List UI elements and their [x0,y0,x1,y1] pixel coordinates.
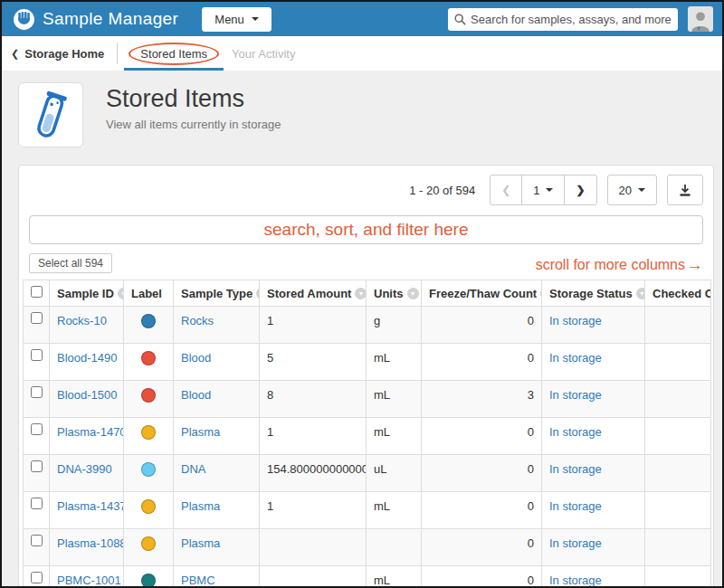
storage-status-link[interactable]: In storage [549,499,602,513]
page-select-button[interactable]: 1 [521,175,565,205]
current-page-label: 1 [533,184,539,197]
tab-stored-items[interactable]: Stored Items [129,43,219,65]
storage-status-cell: In storage [542,381,645,418]
select-page-checkbox[interactable] [31,286,43,298]
sample-type-link[interactable]: PBMC [181,574,215,587]
column-header-units: Units▾ [367,280,422,307]
stored-amount-cell: 5 [260,344,367,381]
storage-status-cell: In storage [542,566,645,588]
sample-id-link[interactable]: PBMC-1001 [57,574,121,587]
table-row: Plasma-1437Plasma1mL0In storage [24,492,711,529]
page-title: Stored Items [106,85,281,113]
next-page-button[interactable]: ❯ [564,175,596,205]
page-size-button[interactable]: 20 [607,175,657,205]
table-row: PBMC-1001PBMCmL0In storage [24,566,711,588]
select-all-button[interactable]: Select all 594 [29,253,112,273]
column-menu-icon[interactable]: ▾ [636,288,645,299]
row-checkbox-cell [24,307,50,344]
sample-id-link[interactable]: Blood-1500 [57,388,118,402]
storage-status-cell: In storage [542,529,645,566]
checked-out-cell [645,418,711,455]
header-checkbox-cell [24,280,50,307]
column-menu-icon[interactable]: ▾ [118,288,124,299]
menu-button[interactable]: Menu [202,7,272,32]
sample-id-link[interactable]: Plasma-1470 [57,425,124,439]
checked-out-cell [645,492,711,529]
label-color-dot [141,536,156,551]
sample-type-link[interactable]: Blood [181,388,211,402]
column-header-inner: Sample Type▾ [181,287,252,300]
label-color-dot [141,574,156,588]
freeze-thaw-count-cell: 0 [422,492,542,529]
storage-status-link[interactable]: In storage [549,388,602,402]
checked-out-cell [645,529,711,566]
column-header-label: Sample ID [57,287,114,300]
column-menu-icon[interactable]: ▾ [407,288,419,299]
export-button[interactable] [667,175,703,205]
chevron-left-icon: ❮ [11,48,19,60]
prev-page-button[interactable]: ❮ [490,175,522,205]
row-checkbox-cell [24,418,50,455]
pagination-controls: ❮ 1 ❯ [490,175,596,205]
sample-type-link[interactable]: Plasma [181,499,220,513]
column-header-sample-type: Sample Type▾ [174,280,260,307]
scroll-annotation: scroll for more columns → [536,257,703,273]
global-search[interactable] [448,8,678,31]
units-cell: mL [367,344,422,381]
sample-type-link[interactable]: DNA [181,462,205,476]
row-checkbox-cell [24,492,50,529]
search-input[interactable] [471,13,672,26]
caret-down-icon [546,188,553,192]
storage-status-link[interactable]: In storage [549,574,602,587]
label-color-dot [141,388,156,403]
sample-type-cell: Blood [174,381,260,418]
sample-id-link[interactable]: Rocks-10 [57,314,107,327]
storage-status-link[interactable]: In storage [549,462,602,476]
page-head-text: Stored Items View all items currently in… [106,82,281,147]
user-avatar[interactable] [688,6,713,32]
sample-id-link[interactable]: Plasma-1088 [57,536,124,550]
storage-status-cell: In storage [542,492,645,529]
stored-amount-cell: 1 [260,307,367,344]
label-cell [124,381,174,418]
column-header-inner: Units▾ [374,287,414,300]
download-icon [679,184,691,196]
sample-id-link[interactable]: Blood-1490 [57,351,118,365]
sample-type-link[interactable]: Rocks [181,314,214,327]
label-cell [124,344,174,381]
row-checkbox[interactable] [31,312,43,324]
row-checkbox[interactable] [31,572,43,583]
storage-status-link[interactable]: In storage [549,314,602,327]
sample-type-cell: Rocks [174,307,260,344]
storage-status-link[interactable]: In storage [549,536,602,550]
sample-type-link[interactable]: Plasma [181,425,220,439]
breadcrumb-storage-home[interactable]: ❮ Storage Home [11,47,104,61]
grid-actions-row: Select all 594 scroll for more columns → [29,253,703,273]
labkey-logo-icon [13,8,35,31]
sample-type-link[interactable]: Plasma [181,536,220,550]
row-checkbox[interactable] [31,460,43,472]
tab-your-activity[interactable]: Your Activity [232,47,295,61]
sample-tube-icon [18,82,83,147]
grid-omnibox[interactable]: search, sort, and filter here [29,215,703,244]
caret-down-icon [252,17,259,21]
row-checkbox[interactable] [31,386,43,398]
label-cell [124,492,174,529]
breadcrumb-label: Storage Home [24,47,104,61]
sample-id-link[interactable]: DNA-3990 [57,462,112,476]
row-checkbox[interactable] [31,535,43,546]
sample-type-cell: PBMC [174,566,260,588]
storage-status-link[interactable]: In storage [549,425,602,439]
sample-type-link[interactable]: Blood [181,351,211,365]
row-checkbox[interactable] [31,349,43,361]
storage-status-link[interactable]: In storage [549,351,602,365]
row-checkbox-cell [24,381,50,418]
sample-id-link[interactable]: Plasma-1437 [57,499,124,513]
freeze-thaw-count-cell: 3 [422,381,542,418]
row-checkbox[interactable] [31,423,43,435]
column-menu-icon[interactable]: ▾ [355,288,366,299]
sample-type-cell: Plasma [174,529,260,566]
row-checkbox[interactable] [31,498,43,509]
label-color-dot [141,425,156,440]
chevron-left-icon: ❮ [501,184,510,196]
